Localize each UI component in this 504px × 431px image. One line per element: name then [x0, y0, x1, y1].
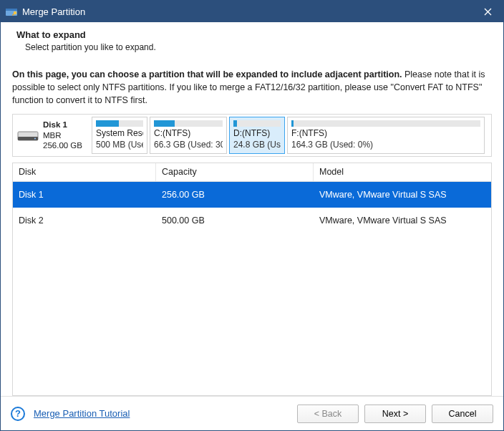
body: On this page, you can choose a partition… — [1, 57, 503, 396]
disk-scheme: MBR — [43, 130, 82, 140]
table-body: Disk 1256.00 GBVMware, VMware Virtual S … — [13, 182, 491, 396]
cell-model: VMware, VMware Virtual S SAS — [314, 190, 491, 200]
disk-size: 256.00 GB — [43, 140, 82, 150]
partition-detail: 66.3 GB (Used: 30%) — [154, 140, 223, 150]
content-area: What to expand Select partition you like… — [1, 22, 503, 430]
table-row[interactable]: Disk 2500.00 GBVMware, VMware Virtual S … — [13, 208, 491, 233]
titlebar: Merge Partition — [1, 1, 503, 22]
disk-header: Disk 1 MBR 256.00 GB — [15, 117, 89, 153]
partition-label: System Reser — [96, 128, 143, 138]
disk-table: Disk Capacity Model Disk 1256.00 GBVMwar… — [12, 163, 492, 397]
header: What to expand Select partition you like… — [1, 22, 503, 57]
usage-bar — [233, 120, 281, 127]
svg-point-5 — [34, 137, 36, 139]
table-header: Disk Capacity Model — [13, 163, 491, 182]
col-disk[interactable]: Disk — [13, 163, 156, 181]
instruction-text: On this page, you can choose a partition… — [12, 68, 492, 107]
next-button[interactable]: Next > — [364, 405, 426, 423]
usage-bar — [96, 120, 143, 127]
disk-name: Disk 1 — [43, 120, 82, 130]
svg-point-2 — [14, 11, 17, 15]
partition-label: C:(NTFS) — [154, 128, 223, 138]
page-title: What to expand — [16, 29, 488, 40]
partition-block[interactable]: D:(NTFS)24.8 GB (Used — [229, 117, 285, 153]
partition-block[interactable]: C:(NTFS)66.3 GB (Used: 30%) — [150, 117, 227, 153]
hdd-icon — [17, 127, 39, 143]
col-model[interactable]: Model — [314, 163, 491, 181]
partition-block[interactable]: F:(NTFS)164.3 GB (Used: 0%) — [287, 117, 485, 153]
cell-capacity: 256.00 GB — [156, 190, 314, 200]
partition-detail: 164.3 GB (Used: 0%) — [291, 140, 480, 150]
partition-detail: 500 MB (Used — [96, 140, 143, 150]
svg-rect-1 — [6, 9, 17, 11]
window-title: Merge Partition — [22, 6, 85, 17]
help-icon[interactable]: ? — [11, 407, 25, 421]
dialog-window: Merge Partition What to expand Select pa… — [0, 0, 504, 431]
back-button[interactable]: < Back — [297, 405, 359, 423]
table-row[interactable]: Disk 1256.00 GBVMware, VMware Virtual S … — [13, 182, 491, 208]
app-icon — [5, 5, 18, 18]
cell-model: VMware, VMware Virtual S SAS — [314, 216, 491, 226]
usage-bar — [291, 120, 480, 127]
partition-label: D:(NTFS) — [233, 128, 281, 138]
usage-bar — [154, 120, 223, 127]
cell-capacity: 500.00 GB — [156, 216, 314, 226]
partition-detail: 24.8 GB (Used — [233, 140, 281, 150]
tutorial-link[interactable]: Merge Partition Tutorial — [34, 408, 130, 419]
cell-disk: Disk 1 — [13, 190, 156, 200]
col-capacity[interactable]: Capacity — [156, 163, 314, 181]
cancel-button[interactable]: Cancel — [432, 405, 493, 423]
disk-layout-panel: Disk 1 MBR 256.00 GB System Reser500 MB … — [12, 114, 492, 156]
cell-disk: Disk 2 — [13, 216, 156, 226]
footer: ? Merge Partition Tutorial < Back Next >… — [1, 396, 503, 430]
page-subtitle: Select partition you like to expand. — [16, 42, 488, 52]
partition-label: F:(NTFS) — [291, 128, 480, 138]
close-button[interactable] — [472, 1, 503, 22]
instruction-bold: On this page, you can choose a partition… — [12, 69, 402, 79]
partition-block[interactable]: System Reser500 MB (Used — [92, 117, 147, 153]
